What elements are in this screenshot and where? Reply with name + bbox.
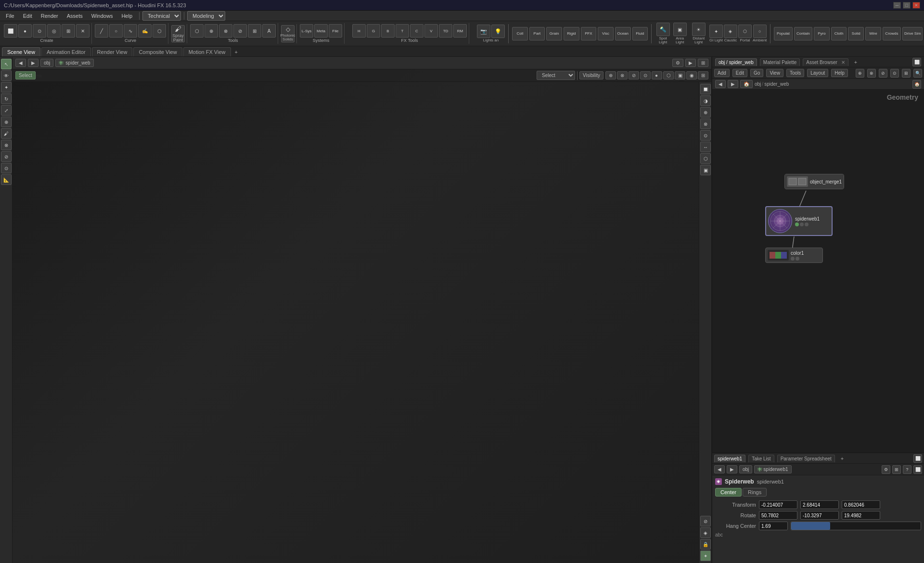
box-tool[interactable]: ⬜ [4, 24, 17, 38]
right-tool-7[interactable]: ⬡ [700, 153, 711, 164]
tab-material-palette[interactable]: Material Palette [760, 58, 800, 66]
param-settings-icon[interactable]: ⚙ [882, 465, 890, 474]
visibility-btn[interactable]: Visibility [579, 71, 603, 79]
td-tools[interactable]: TD [439, 24, 452, 38]
menu-assets[interactable]: Assets [63, 12, 87, 20]
right-tool-8[interactable]: ▣ [700, 165, 711, 175]
guide-brushes-tool[interactable]: B [381, 24, 395, 38]
hang-center-slider[interactable] [791, 522, 921, 530]
guide-process-tool[interactable]: G [367, 24, 380, 38]
node-flag-1[interactable] [795, 223, 799, 226]
tab-asset-browser[interactable]: Asset Browser ✕ [803, 58, 848, 66]
color-flag-1[interactable] [791, 257, 795, 261]
cloth-tool[interactable]: Cloth [831, 27, 847, 40]
nav-forward-btn[interactable]: ▶ [28, 59, 38, 67]
viewport-icon-3[interactable]: ⊘ [629, 71, 639, 79]
viewport-icon-9[interactable]: ⊞ [698, 71, 708, 79]
viewport-icon-4[interactable]: ⊙ [640, 71, 651, 79]
viewport-icon-7[interactable]: ▣ [675, 71, 685, 79]
rotate-x-input[interactable] [759, 511, 797, 520]
node-help-btn[interactable]: Help [831, 69, 848, 77]
tool-4[interactable]: ⊘ [233, 24, 247, 38]
param-tab-rings[interactable]: Rings [743, 488, 767, 497]
distant-light-tool[interactable]: ☀ [692, 23, 706, 36]
tool-1[interactable]: ⬡ [190, 24, 204, 38]
tab-render-view[interactable]: Render View [92, 47, 133, 56]
terrainFX-tool[interactable]: T [396, 24, 409, 38]
select-mode-btn[interactable]: Select [15, 71, 36, 79]
pyro-tool[interactable]: Pyro [814, 27, 830, 40]
tube-tool[interactable]: ⊙ [33, 24, 46, 38]
param-forward-btn[interactable]: ▶ [727, 465, 737, 473]
right-tool-4[interactable]: ⊗ [700, 118, 711, 129]
select-type-dropdown[interactable]: Select [537, 71, 575, 80]
right-tool-bottom-2[interactable]: ◈ [700, 527, 711, 538]
menu-help[interactable]: Help [117, 12, 136, 20]
node-flag-2[interactable] [800, 223, 804, 226]
node-edit-btn[interactable]: Edit [732, 69, 747, 77]
technical-dropdown[interactable]: Technical [142, 11, 181, 21]
line-tool[interactable]: ╱ [95, 24, 108, 38]
node-spiderweb[interactable]: spiderweb1 [765, 206, 833, 236]
select-tool[interactable]: ↖ [1, 59, 12, 69]
spray-paint-tool[interactable]: 🖌 Spray Paint [171, 25, 185, 42]
volume-tool[interactable]: V [424, 24, 438, 38]
tab-composite-view[interactable]: Composite View [133, 47, 182, 56]
handle-tool[interactable]: ⊕ [1, 117, 12, 127]
gi-light-tool[interactable]: ✦ [709, 25, 723, 38]
node-tool-icon-2[interactable]: ⊗ [867, 69, 876, 78]
ambient-light-tool[interactable]: ○ [753, 25, 767, 38]
crowds-tool[interactable]: Crowds [883, 27, 901, 40]
path-home-icon[interactable]: 🏠 [912, 80, 921, 89]
render-preview[interactable]: ▶ [685, 59, 696, 67]
null-tool[interactable]: ✕ [76, 24, 90, 38]
node-go-btn[interactable]: Go [750, 69, 763, 77]
spot-light-tool[interactable]: 🔦 [656, 23, 670, 36]
path-tool[interactable]: ⬡ [153, 24, 166, 38]
panel-maximize[interactable]: ⬜ [912, 58, 921, 66]
drive-sim-tool[interactable]: Drive Sim [902, 27, 923, 40]
param-tab-add[interactable]: + [838, 454, 847, 463]
populate-tool[interactable]: Populat [774, 27, 792, 40]
rotate-y-input[interactable] [800, 511, 839, 520]
tab-animation-editor[interactable]: Animation Editor [41, 47, 91, 56]
close-button[interactable]: ✕ [912, 2, 920, 9]
right-tool-1[interactable]: 🔲 [700, 84, 711, 94]
rotate-z-input[interactable] [842, 511, 880, 520]
solid-tool[interactable]: Solid [848, 27, 864, 40]
breadcrumb-spider-web[interactable]: spider_web [764, 81, 789, 87]
display-options[interactable]: ⚙ [672, 59, 683, 67]
photonic-solids-tool[interactable]: ◇ Photonic Solids [281, 25, 295, 42]
tab-take-list[interactable]: Take List [748, 455, 774, 462]
rigid-body-tool[interactable]: Rigid [564, 27, 579, 40]
fluid-co-tool[interactable]: Fluid [632, 27, 648, 40]
viewport-icon-6[interactable]: ⬡ [663, 71, 674, 79]
modeling-dropdown[interactable]: Modeling [187, 11, 225, 21]
node-tool-icon-3[interactable]: ⊘ [879, 69, 887, 78]
right-tool-3[interactable]: ⊕ [700, 107, 711, 118]
draw-curve-tool[interactable]: ✍ [138, 24, 152, 38]
param-scene-btn[interactable]: 🕷 spiderweb1 [754, 465, 791, 473]
viewport-icon-2[interactable]: ⊗ [617, 71, 628, 79]
particle-fx-tool[interactable]: PFX [581, 27, 597, 40]
hang-center-input[interactable] [759, 522, 788, 530]
menu-edit[interactable]: Edit [19, 12, 36, 20]
tool-2[interactable]: ⊕ [205, 24, 218, 38]
obj-btn[interactable]: obj [40, 59, 53, 67]
sculpt-tool[interactable]: ⊗ [1, 140, 12, 150]
transform-tool[interactable]: ✦ [1, 82, 12, 92]
viewport-icon-8[interactable]: ◉ [686, 71, 697, 79]
tool-3[interactable]: ⊗ [219, 24, 232, 38]
node-flag-3[interactable] [805, 223, 808, 226]
color-flag-2[interactable] [796, 257, 799, 261]
portal-light-tool[interactable]: ⬡ [738, 25, 752, 38]
renderman-tool[interactable]: RM [453, 24, 467, 38]
tab-scene-view[interactable]: Scene View [2, 47, 40, 56]
lsystem-tool[interactable]: L-Sys [300, 24, 313, 38]
torus-tool[interactable]: ◎ [47, 24, 61, 38]
param-tab-center[interactable]: Center [715, 488, 742, 497]
point-light-tool[interactable]: 💡 [491, 25, 505, 38]
font-tool[interactable]: A [262, 24, 276, 38]
scale-tool[interactable]: ⤢ [1, 105, 12, 116]
right-tool-2[interactable]: ◑ [700, 95, 711, 106]
